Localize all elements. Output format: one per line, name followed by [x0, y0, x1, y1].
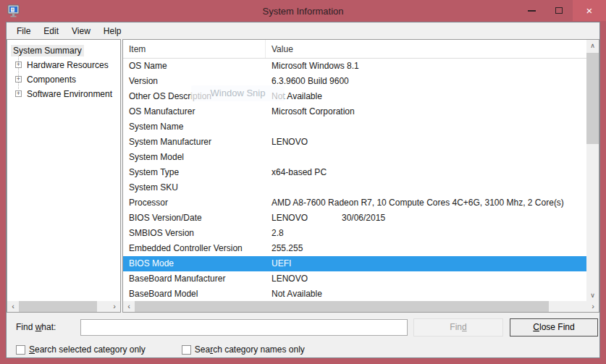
row-value	[266, 180, 272, 195]
close-icon: ×	[586, 4, 593, 17]
row-item: SMBIOS Version	[123, 226, 266, 241]
row-item: BaseBoard Manufacturer	[123, 271, 266, 287]
close-button[interactable]: ×	[573, 0, 606, 21]
row-value	[266, 150, 272, 165]
row-item: System SKU	[123, 180, 266, 195]
row-value: Microsoft Windows 8.1	[266, 59, 359, 74]
row-value	[266, 119, 272, 135]
row-value: UEFI	[266, 256, 291, 271]
table-row[interactable]: System Manufacturer LENOVO	[123, 135, 586, 150]
tree-horizontal-scrollbar[interactable]: ‹ ›	[7, 301, 120, 312]
row-item: System Model	[123, 150, 266, 165]
minimize-icon	[528, 10, 536, 12]
tree-item-components[interactable]: + Components	[7, 72, 120, 87]
expand-icon[interactable]: +	[15, 76, 22, 82]
menu-help[interactable]: Help	[97, 24, 128, 38]
minimize-button[interactable]	[518, 0, 545, 21]
search-category-names-option[interactable]: Search category names only	[182, 344, 305, 355]
row-value: AMD A8-7600 Radeon R7, 10 Compute Cores …	[266, 195, 564, 211]
search-selected-category-label: Search selected category only	[29, 344, 146, 355]
window-body: File Edit View Help System Summary + Har…	[6, 22, 600, 358]
search-options: Search selected category only Search cat…	[7, 342, 599, 357]
scroll-right-icon[interactable]: ›	[109, 301, 120, 312]
category-tree: System Summary + Hardware Resources + Co…	[7, 39, 121, 313]
tree-item-hardware-resources[interactable]: + Hardware Resources	[7, 58, 120, 72]
table-row[interactable]: System Name	[123, 119, 586, 135]
titlebar: System Information ×	[0, 0, 606, 22]
tree-item-system-summary[interactable]: System Summary	[7, 43, 120, 58]
window-controls: ×	[518, 0, 606, 21]
main-area: System Summary + Hardware Resources + Co…	[7, 39, 599, 313]
find-input[interactable]	[80, 319, 408, 336]
row-value: Not Available	[266, 287, 322, 301]
table-row[interactable]: BaseBoard Model Not Available	[123, 287, 586, 301]
table-row[interactable]: OS Name Microsoft Windows 8.1	[123, 59, 586, 74]
row-item: Processor	[123, 195, 266, 211]
row-value: x64-based PC	[266, 165, 327, 180]
column-header-value[interactable]: Value	[266, 44, 293, 54]
scrollbar-thumb[interactable]	[19, 301, 97, 312]
close-find-button[interactable]: Close Find	[510, 318, 598, 337]
maximize-button[interactable]	[545, 0, 573, 21]
row-item: OS Manufacturer	[123, 104, 266, 119]
table-row[interactable]: Embedded Controller Version 255.255	[123, 241, 586, 256]
expand-icon[interactable]: +	[15, 90, 22, 97]
scroll-right-icon[interactable]: ›	[587, 301, 599, 312]
table-row[interactable]: System Model	[123, 150, 586, 165]
row-item: BaseBoard Model	[123, 287, 266, 301]
scrollbar-thumb[interactable]	[135, 301, 549, 312]
table-row[interactable]: System SKU	[123, 180, 586, 195]
find-button[interactable]: Find	[413, 318, 503, 337]
row-value: LENOVO	[266, 135, 308, 150]
scroll-left-icon[interactable]: ‹	[7, 301, 19, 312]
search-category-names-checkbox[interactable]	[182, 345, 191, 355]
menu-edit[interactable]: Edit	[37, 24, 65, 38]
table-row[interactable]: BIOS Version/Date LENOVO 30/06/2015	[123, 211, 586, 226]
scrollbar-thumb[interactable]	[586, 53, 599, 144]
row-value: 2.8	[266, 226, 284, 241]
search-selected-category-checkbox[interactable]	[16, 345, 25, 355]
window-title: System Information	[0, 6, 606, 17]
row-item: System Manufacturer	[123, 135, 266, 150]
scroll-down-icon[interactable]: ∨	[586, 289, 599, 301]
row-item: OS Name	[123, 59, 266, 74]
row-value: Microsoft Corporation	[266, 104, 355, 119]
table-row[interactable]: BaseBoard Manufacturer LENOVO	[123, 271, 586, 287]
row-value-secondary: 30/06/2015	[342, 211, 385, 226]
search-category-names-label: Search category names only	[195, 344, 305, 355]
table-horizontal-scrollbar[interactable]: ‹ ›	[123, 301, 599, 312]
window-snip-ghost: Window Snip	[191, 85, 285, 101]
vertical-scrollbar[interactable]: ∧ ∨	[586, 40, 599, 301]
row-value: 255.255	[266, 241, 303, 256]
table-row[interactable]: OS Manufacturer Microsoft Corporation	[123, 104, 586, 119]
table-header: Item Value	[123, 40, 586, 59]
table-row[interactable]: SMBIOS Version 2.8	[123, 226, 586, 241]
column-header-item[interactable]: Item	[123, 40, 266, 58]
row-item: Embedded Controller Version	[123, 241, 266, 256]
system-information-window: System Information × File Edit View Help…	[0, 0, 606, 364]
tree-item-software-environment[interactable]: + Software Environment	[7, 87, 120, 101]
row-value: LENOVO	[266, 271, 308, 287]
scroll-up-icon[interactable]: ∧	[586, 40, 599, 51]
menu-view[interactable]: View	[65, 24, 97, 38]
row-value: LENOVO	[266, 211, 342, 226]
maximize-icon	[555, 7, 563, 14]
table-row[interactable]: BIOS Mode UEFI	[123, 256, 586, 271]
table-row[interactable]: Processor AMD A8-7600 Radeon R7, 10 Comp…	[123, 195, 586, 211]
menu-file[interactable]: File	[10, 24, 37, 38]
row-item: BIOS Mode	[123, 256, 266, 271]
find-bar: Find what: Find Close Find	[7, 314, 599, 340]
search-selected-category-option[interactable]: Search selected category only	[16, 344, 146, 355]
row-item: System Name	[123, 119, 266, 135]
scroll-left-icon[interactable]: ‹	[123, 301, 135, 312]
expand-icon[interactable]: +	[15, 62, 22, 68]
menubar: File Edit View Help	[7, 22, 599, 39]
find-what-label: Find what:	[11, 322, 80, 332]
table-row[interactable]: System Type x64-based PC	[123, 165, 586, 180]
details-list: Item Value OS Name Microsoft Windows 8.1…	[122, 39, 599, 313]
row-item: BIOS Version/Date	[123, 211, 266, 226]
row-item: System Type	[123, 165, 266, 180]
